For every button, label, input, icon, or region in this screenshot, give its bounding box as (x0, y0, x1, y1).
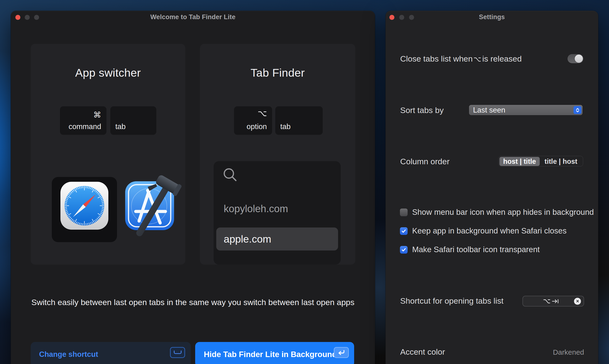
sort-tabs-label: Sort tabs by (400, 105, 443, 115)
tab-finder-title: Tab Finder (200, 66, 355, 80)
magnifier-icon (222, 167, 238, 183)
change-shortcut-label: Change shortcut (39, 350, 98, 359)
checkbox-show-menu-bar-icon[interactable] (400, 208, 408, 216)
xcode-icon (121, 167, 188, 237)
close-tabs-label: Close tabs list whenis released (400, 54, 522, 64)
toggle-knob (575, 55, 583, 63)
segment-title-host[interactable]: title | host (540, 157, 582, 166)
command-icon: ⌘ (93, 110, 101, 119)
check-icon (401, 247, 407, 253)
check-icon (401, 228, 407, 234)
shortcut-label: Shortcut for opening tabs list (400, 296, 503, 306)
welcome-caption: Switch easily between last open tabs in … (20, 297, 365, 307)
change-shortcut-button[interactable]: Change shortcut (31, 342, 191, 364)
checkbox-label: Keep app in background when Safari close… (412, 226, 567, 236)
option-key-icon (543, 298, 551, 304)
keycap-label: tab (280, 122, 291, 131)
checkbox-label: Make Safari toolbar icon transparent (412, 245, 540, 254)
settings-titlebar: Settings (386, 11, 598, 34)
welcome-window: Welcome to Tab Finder Lite App switcher … (11, 11, 375, 364)
accent-color-label: Accent color (400, 347, 445, 357)
checkbox-transparent-toolbar-icon[interactable] (400, 246, 408, 254)
safari-icon (60, 181, 109, 230)
sort-tabs-popup[interactable]: Last seen (469, 105, 583, 115)
tab-forward-icon (552, 298, 559, 304)
hide-button-label: Hide Tab Finder Lite in Background (204, 350, 337, 359)
keycap-label: command (69, 122, 101, 131)
hide-in-background-button[interactable]: Hide Tab Finder Lite in Background (195, 342, 354, 364)
tab-list-item-selected: apple.com (216, 228, 338, 250)
shortcut-keys (543, 298, 559, 304)
space-key-icon (170, 347, 185, 358)
tab-keycap: tab (275, 106, 323, 135)
tab-list-item-label: apple.com (224, 233, 271, 245)
tab-list-item: kopyloleh.com (224, 203, 288, 214)
tab-finder-panel: Tab Finder option tab kopyloleh.com appl… (200, 44, 355, 265)
tab-keycap: tab (110, 106, 156, 135)
close-tabs-toggle[interactable] (567, 54, 583, 63)
accent-color-value[interactable]: Darkened (553, 348, 584, 356)
clear-circle-icon (575, 299, 580, 303)
welcome-titlebar: Welcome to Tab Finder Lite (11, 11, 375, 34)
checkbox-label: Show menu bar icon when app hides in bac… (412, 207, 594, 217)
app-switcher-title: App switcher (31, 66, 185, 80)
clear-shortcut-button[interactable] (574, 298, 581, 305)
column-order-segmented-control: host | title title | host (498, 156, 583, 167)
shortcut-recorder-field[interactable] (523, 296, 584, 307)
return-key-icon (334, 347, 349, 358)
window-title: Welcome to Tab Finder Lite (11, 13, 375, 21)
option-key-icon (473, 55, 481, 60)
checkbox-keep-app-in-background[interactable] (400, 227, 408, 235)
settings-window: Settings Close tabs list whenis released… (386, 11, 598, 364)
app-switcher-panel: App switcher ⌘ command tab (31, 44, 185, 265)
popup-selected-value: Last seen (473, 106, 505, 115)
tabs-list-mockup: kopyloleh.com apple.com (214, 161, 341, 265)
segment-host-title[interactable]: host | title (499, 157, 540, 166)
space-glyph (174, 351, 181, 354)
option-keycap: option (234, 106, 272, 135)
keycap-label: option (247, 122, 267, 131)
keycap-label: tab (115, 122, 126, 131)
popup-stepper-icon (573, 106, 581, 114)
command-keycap: ⌘ command (60, 106, 107, 135)
option-key-icon (258, 110, 267, 117)
column-order-label: Column order (400, 157, 450, 166)
window-title: Settings (386, 13, 598, 21)
